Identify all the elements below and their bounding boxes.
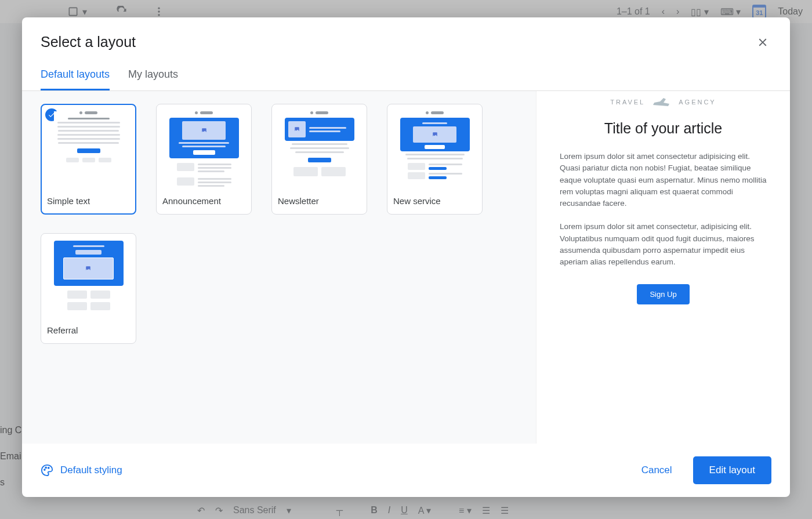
default-styling-link[interactable]: Default styling <box>41 464 122 477</box>
layout-card-new-service[interactable]: New service <box>387 104 483 215</box>
layout-card-simple-text[interactable]: Simple text <box>41 104 136 215</box>
thumb-simple-text <box>54 111 124 187</box>
layout-label: Newsletter <box>277 196 319 206</box>
layout-modal: Select a layout Default layouts My layou… <box>22 17 790 497</box>
layout-card-newsletter[interactable]: Newsletter <box>271 104 367 215</box>
svg-point-3 <box>44 469 45 470</box>
close-icon <box>756 36 769 49</box>
thumb-new-service <box>400 111 470 187</box>
tabs: Default layouts My layouts <box>22 55 790 91</box>
plane-icon <box>653 97 670 107</box>
preview-paragraph-1: Lorem ipsum dolor sit amet consectetur a… <box>560 151 767 209</box>
palette-icon <box>41 464 53 477</box>
preview-cta-button: Sign Up <box>637 284 689 304</box>
close-button[interactable] <box>754 34 771 55</box>
svg-point-4 <box>45 467 46 469</box>
thumb-announcement <box>169 111 239 187</box>
edit-layout-button[interactable]: Edit layout <box>693 456 771 484</box>
layout-label: Simple text <box>46 196 90 206</box>
tab-my-layouts[interactable]: My layouts <box>128 68 178 90</box>
modal-title: Select a layout <box>41 34 136 50</box>
layout-label: New service <box>392 196 441 206</box>
layout-card-referral[interactable]: Referral <box>41 233 136 344</box>
cancel-button[interactable]: Cancel <box>635 459 679 482</box>
svg-point-5 <box>48 467 49 469</box>
layouts-grid: Simple text <box>22 91 536 444</box>
modal-footer: Default styling Cancel Edit layout <box>22 444 790 497</box>
layout-card-announcement[interactable]: Announcement <box>156 104 252 215</box>
preview-paragraph-2: Lorem ipsum dolor sit amet consectetur, … <box>560 221 767 268</box>
thumb-referral <box>54 241 124 316</box>
preview-logo: TRAVEL AGENCY <box>560 97 767 107</box>
default-styling-label: Default styling <box>60 464 122 476</box>
tab-default-layouts[interactable]: Default layouts <box>41 68 110 90</box>
thumb-newsletter <box>285 111 354 187</box>
preview-title: Title of your article <box>560 120 767 137</box>
layout-label: Announcement <box>161 196 221 206</box>
layout-label: Referral <box>46 325 78 335</box>
preview-panel: TRAVEL AGENCY Title of your article Lore… <box>536 91 790 444</box>
